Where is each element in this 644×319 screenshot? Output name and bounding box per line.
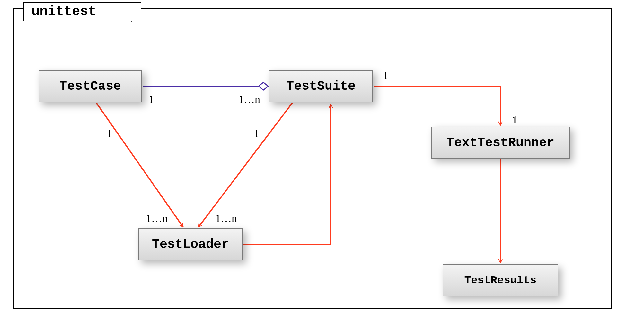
mult-testcase-to-loader-top: 1 xyxy=(107,127,112,140)
class-texttestrunner-label: TextTestRunner xyxy=(446,136,554,150)
class-testloader-label: TestLoader xyxy=(152,237,229,252)
class-testsuite: TestSuite xyxy=(269,70,373,102)
class-testcase-label: TestCase xyxy=(59,79,121,94)
class-testcase: TestCase xyxy=(39,70,142,102)
mult-testsuite-to-loader-top: 1 xyxy=(254,127,259,140)
mult-testcase-side: 1 xyxy=(148,93,154,105)
class-testresults-label: TestResults xyxy=(464,274,536,287)
mult-testsuite-to-runner-bot: 1 xyxy=(512,114,517,126)
mult-testsuite-side: 1…n xyxy=(238,93,260,105)
class-texttestrunner: TextTestRunner xyxy=(431,127,570,159)
uml-canvas: unittest TestCase TestSuite TextTestRunn… xyxy=(0,0,644,319)
class-testresults: TestResults xyxy=(443,264,558,296)
package-name: unittest xyxy=(31,4,96,19)
mult-testsuite-to-runner-top: 1 xyxy=(383,69,388,82)
mult-testcase-to-loader-bot: 1…n xyxy=(146,212,168,224)
mult-testsuite-to-loader-bot: 1…n xyxy=(215,212,237,224)
class-testloader: TestLoader xyxy=(138,228,243,260)
class-testsuite-label: TestSuite xyxy=(286,79,356,94)
